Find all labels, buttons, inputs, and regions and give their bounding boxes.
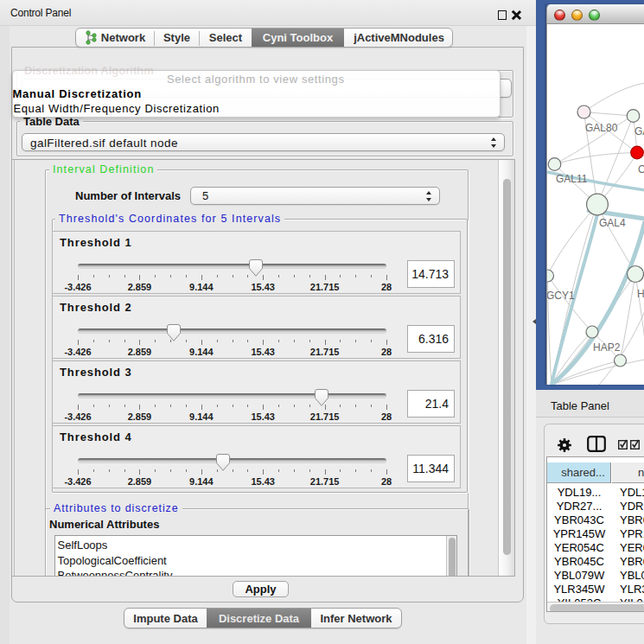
svg-text:HA: HA <box>637 288 644 300</box>
svg-text:GAL11: GAL11 <box>556 173 588 185</box>
svg-text:GA: GA <box>634 125 644 137</box>
svg-text:C: C <box>638 163 644 175</box>
svg-text:GAL4: GAL4 <box>599 217 626 229</box>
svg-text:GCY1: GCY1 <box>547 290 575 302</box>
svg-text:GAL80: GAL80 <box>585 122 618 134</box>
svg-text:HAP2: HAP2 <box>593 341 621 354</box>
